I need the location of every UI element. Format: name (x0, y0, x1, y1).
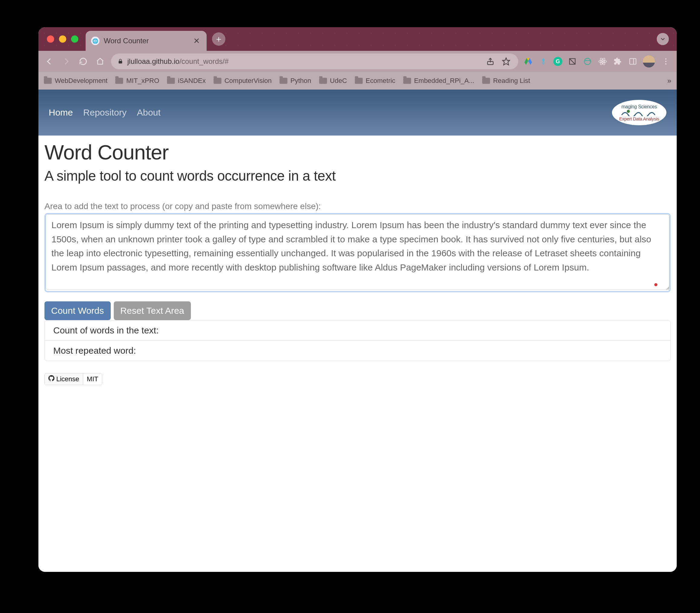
logo-line1: maging Sciences (621, 104, 657, 109)
bookmarks-overflow-icon[interactable]: » (667, 77, 671, 85)
bookmark-label: Python (290, 77, 311, 85)
bookmark-folder[interactable]: ComputerVision (214, 77, 272, 85)
bookmarks-bar: WebDevelopment MIT_xPRO iSANDEx Computer… (38, 72, 677, 90)
profile-avatar[interactable] (643, 55, 655, 67)
browser-tab[interactable]: 🌐 Word Counter ✕ (85, 31, 207, 51)
text-input-area[interactable] (46, 214, 670, 290)
badge-right-text: MIT (83, 373, 102, 385)
window-traffic-lights (38, 35, 85, 43)
license-badge[interactable]: License MIT (44, 373, 102, 385)
nav-link-repository[interactable]: Repository (83, 107, 127, 118)
lock-icon (117, 58, 124, 65)
folder-icon (214, 78, 222, 84)
sidepanel-icon[interactable] (628, 56, 638, 67)
svg-marker-2 (502, 58, 510, 65)
bookmark-label: MIT_xPRO (126, 77, 159, 85)
extension-icon-4[interactable] (567, 56, 578, 67)
folder-icon (319, 78, 327, 84)
badge-left-text: License (56, 375, 79, 383)
nav-forward-button[interactable] (60, 55, 72, 67)
badge-row: License MIT (44, 373, 671, 385)
address-bar[interactable]: jlulloaa.github.io/count_words/# (111, 54, 518, 69)
extension-react-icon[interactable] (597, 56, 608, 67)
browser-window: 🌐 Word Counter ✕ ＋ jlulloaa.github (38, 27, 677, 572)
site-header: Home Repository About maging Sciences Ex… (38, 90, 677, 135)
extension-drive-icon[interactable] (523, 56, 533, 67)
url-text: jlulloaa.github.io/count_words/# (127, 57, 229, 66)
page-subtitle: A simple tool to count words occurrence … (44, 168, 671, 184)
svg-point-17 (665, 63, 667, 65)
bookmark-folder[interactable]: UdeC (319, 77, 347, 85)
browser-menu-icon[interactable] (660, 55, 672, 67)
nav-reload-button[interactable] (77, 55, 89, 67)
window-zoom-button[interactable] (71, 35, 78, 43)
tabs-overflow-button[interactable] (657, 33, 669, 45)
folder-icon (279, 78, 287, 84)
grammarly-indicator-icon[interactable] (654, 283, 657, 286)
site-logo[interactable]: maging Sciences Expert Data Analysis (612, 100, 666, 125)
bookmark-folder[interactable]: Reading List (482, 77, 530, 85)
bookmark-folder[interactable]: Embedded_RPi_A... (403, 77, 474, 85)
bookmark-label: ComputerVision (224, 77, 272, 85)
folder-icon (44, 78, 52, 84)
textarea-label: Area to add the text to process (or copy… (44, 201, 671, 211)
bookmark-label: Embedded_RPi_A... (414, 77, 474, 85)
page-content: Word Counter A simple tool to count word… (38, 135, 677, 390)
tab-title: Word Counter (104, 37, 189, 45)
titlebar: 🌐 Word Counter ✕ ＋ (38, 27, 677, 51)
svg-point-18 (627, 110, 630, 113)
folder-icon (355, 78, 363, 84)
tab-close-icon[interactable]: ✕ (193, 36, 200, 46)
button-row: Count Words Reset Text Area (44, 301, 671, 320)
svg-point-12 (602, 61, 603, 62)
bookmark-folder[interactable]: MIT_xPRO (115, 77, 159, 85)
reset-text-button[interactable]: Reset Text Area (114, 301, 191, 320)
page-viewport: Home Repository About maging Sciences Ex… (38, 90, 677, 572)
extension-icon-2[interactable] (538, 56, 549, 67)
extensions-puzzle-icon[interactable] (612, 56, 623, 67)
folder-icon (167, 78, 175, 84)
extension-icon-5[interactable] (582, 56, 593, 67)
count-words-button[interactable]: Count Words (44, 301, 111, 320)
bookmark-folder[interactable]: iSANDEx (167, 77, 206, 85)
url-toolbar: jlulloaa.github.io/count_words/# G (38, 51, 677, 72)
folder-icon (115, 78, 123, 84)
svg-point-8 (584, 58, 591, 65)
folder-icon (482, 78, 490, 84)
svg-point-15 (665, 58, 667, 60)
nav-back-button[interactable] (43, 55, 55, 67)
result-most-row: Most repeated word: (45, 340, 670, 361)
svg-point-16 (665, 61, 667, 62)
bookmark-label: WebDevelopment (55, 77, 107, 85)
bookmark-folder[interactable]: Python (279, 77, 311, 85)
nav-link-about[interactable]: About (137, 107, 160, 118)
bookmark-label: Reading List (493, 77, 530, 85)
bookmark-folder[interactable]: WebDevelopment (44, 77, 107, 85)
result-count-row: Count of words in the text: (45, 321, 670, 340)
new-tab-button[interactable]: ＋ (212, 32, 225, 46)
page-title: Word Counter (44, 140, 671, 164)
bookmark-label: Ecometric (366, 77, 395, 85)
results-list: Count of words in the text: Most repeate… (44, 320, 671, 361)
folder-icon (403, 78, 411, 84)
site-nav: Home Repository About (49, 107, 161, 118)
bookmark-label: UdeC (330, 77, 347, 85)
share-icon[interactable] (484, 55, 497, 67)
window-close-button[interactable] (47, 35, 54, 43)
bookmark-label: iSANDEx (178, 77, 206, 85)
textarea-wrap (44, 213, 671, 292)
nav-link-home[interactable]: Home (49, 107, 73, 118)
bookmark-folder[interactable]: Ecometric (355, 77, 395, 85)
github-icon (49, 375, 54, 383)
nav-home-button[interactable] (94, 55, 106, 67)
svg-rect-13 (630, 59, 636, 64)
tab-favicon: 🌐 (91, 37, 100, 45)
logo-squiggle-icon (621, 109, 657, 116)
bookmark-star-icon[interactable] (500, 55, 512, 67)
extension-grammarly-icon[interactable]: G (553, 57, 562, 66)
url-path: /count_words/# (180, 57, 229, 65)
logo-line2: Expert Data Analysis (619, 116, 659, 121)
svg-rect-0 (119, 61, 122, 63)
window-minimize-button[interactable] (59, 35, 66, 43)
url-host: jlulloaa.github.io (127, 57, 180, 65)
